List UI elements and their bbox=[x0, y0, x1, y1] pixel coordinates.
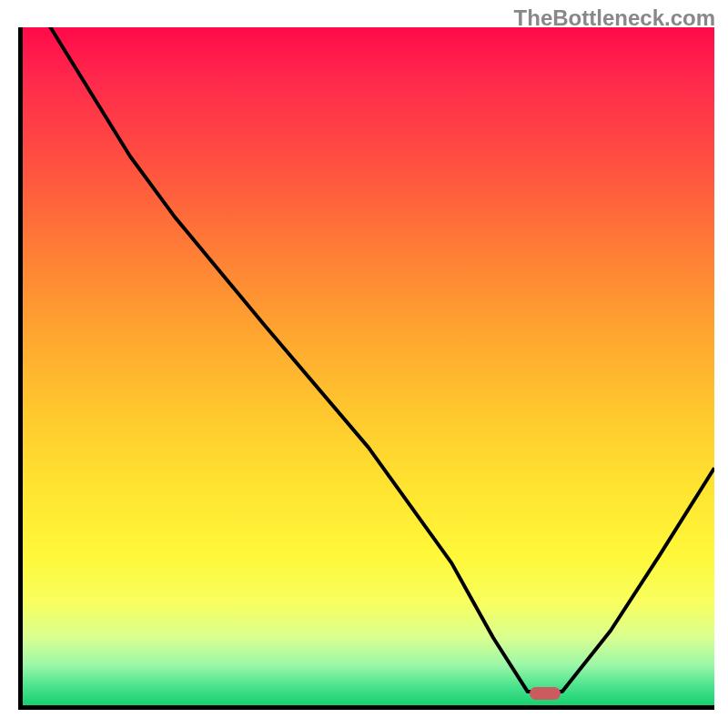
plot-area bbox=[18, 27, 714, 710]
watermark-text: TheBottleneck.com bbox=[514, 5, 715, 31]
figure: TheBottleneck.com bbox=[0, 0, 728, 728]
bottleneck-curve bbox=[23, 27, 714, 705]
optimal-marker bbox=[530, 687, 561, 700]
